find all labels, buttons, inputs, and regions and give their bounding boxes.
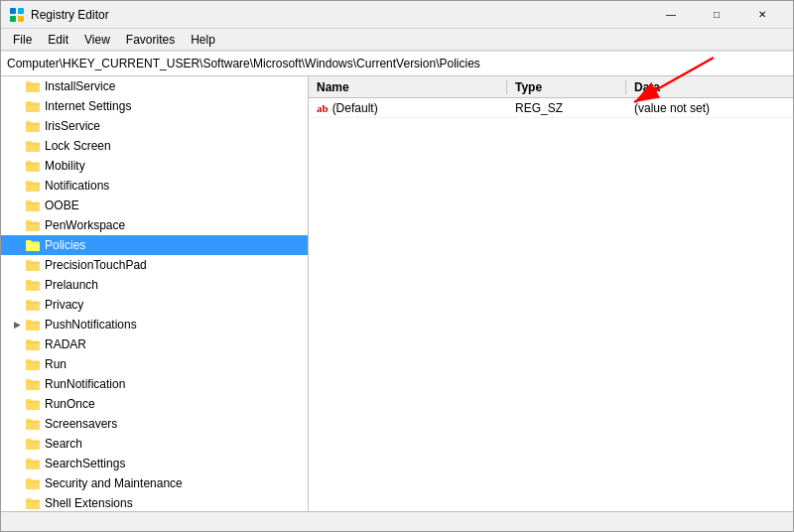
- col-header-data: Data: [626, 80, 793, 94]
- data-panel: Name Type Data ab(Default)REG_SZ(value n…: [309, 76, 793, 511]
- expand-icon-internetsettings: [9, 98, 25, 114]
- folder-icon-pushnotifications: [25, 318, 41, 332]
- svg-rect-1: [18, 8, 24, 14]
- tree-panel[interactable]: InstallService Internet Settings IrisSer…: [1, 76, 309, 511]
- expand-icon-search: [9, 436, 25, 452]
- tree-label-internetsettings: Internet Settings: [45, 99, 131, 113]
- tree-label-penworkspace: PenWorkspace: [45, 218, 125, 232]
- tree-item-run[interactable]: Run: [1, 354, 308, 374]
- expand-icon-radar: [9, 336, 25, 352]
- tree-label-prelaunch: Prelaunch: [45, 278, 98, 292]
- tree-label-runonce: RunOnce: [45, 397, 95, 411]
- folder-icon-searchsettings: [25, 457, 41, 470]
- tree-item-pushnotifications[interactable]: ▶ PushNotifications: [1, 315, 308, 334]
- svg-rect-3: [18, 16, 24, 22]
- tree-label-search: Search: [45, 437, 82, 451]
- tree-label-irisservice: IrisService: [45, 119, 100, 133]
- folder-icon-run: [25, 357, 41, 371]
- expand-icon-pushnotifications[interactable]: ▶: [9, 317, 25, 332]
- tree-label-oobe: OOBE: [45, 199, 79, 212]
- tree-item-internetsettings[interactable]: Internet Settings: [1, 96, 308, 116]
- folder-icon-prelaunch: [25, 278, 41, 292]
- menu-item-favorites[interactable]: Favorites: [118, 31, 183, 49]
- expand-icon-precisiontouchpad: [9, 257, 25, 273]
- tree-item-installservice[interactable]: InstallService: [1, 76, 308, 96]
- address-bar: Computer\HKEY_CURRENT_USER\Software\Micr…: [1, 51, 793, 76]
- tree-item-radar[interactable]: RADAR: [1, 334, 308, 354]
- expand-icon-screensavers: [9, 416, 25, 432]
- tree-label-runnotification: RunNotification: [45, 377, 125, 391]
- folder-icon-mobility: [25, 159, 41, 173]
- tree-item-irisservice[interactable]: IrisService: [1, 116, 308, 136]
- tree-label-run: Run: [45, 357, 66, 371]
- tree-item-searchsettings[interactable]: SearchSettings: [1, 454, 308, 473]
- tree-item-runonce[interactable]: RunOnce: [1, 394, 308, 414]
- tree-item-screensavers[interactable]: Screensavers: [1, 414, 308, 434]
- table-row[interactable]: ab(Default)REG_SZ(value not set): [309, 98, 793, 118]
- tree-item-prelaunch[interactable]: Prelaunch: [1, 275, 308, 295]
- tree-item-shellextensions[interactable]: Shell Extensions: [1, 493, 308, 511]
- minimize-button[interactable]: —: [648, 1, 694, 29]
- tree-item-oobe[interactable]: OOBE: [1, 196, 308, 215]
- expand-icon-mobility: [9, 158, 25, 174]
- expand-icon-policies: [9, 237, 25, 253]
- app-icon: [9, 7, 25, 23]
- folder-icon-search: [25, 437, 41, 451]
- svg-rect-2: [10, 16, 16, 22]
- folder-icon-oobe: [25, 199, 41, 212]
- svg-rect-0: [10, 8, 16, 14]
- tree-label-radar: RADAR: [45, 337, 86, 351]
- registry-editor-window: Registry Editor — □ ✕ FileEditViewFavori…: [0, 0, 794, 532]
- folder-icon-notifications: [25, 179, 41, 193]
- folder-icon-securityandmaintenance: [25, 476, 41, 490]
- tree-item-penworkspace[interactable]: PenWorkspace: [1, 215, 308, 235]
- folder-icon-installservice: [25, 79, 41, 93]
- expand-icon-runonce: [9, 396, 25, 412]
- expand-icon-installservice: [9, 78, 25, 94]
- menu-item-help[interactable]: Help: [183, 31, 223, 49]
- tree-item-notifications[interactable]: Notifications: [1, 176, 308, 196]
- expand-icon-runnotification: [9, 376, 25, 392]
- folder-icon-radar: [25, 337, 41, 351]
- tree-label-pushnotifications: PushNotifications: [45, 318, 137, 332]
- expand-icon-run: [9, 356, 25, 372]
- tree-item-mobility[interactable]: Mobility: [1, 156, 308, 176]
- tree-label-searchsettings: SearchSettings: [45, 457, 125, 470]
- expand-icon-oobe: [9, 198, 25, 213]
- menu-item-edit[interactable]: Edit: [40, 31, 76, 49]
- tree-label-privacy: Privacy: [45, 298, 83, 312]
- tree-label-precisiontouchpad: PrecisionTouchPad: [45, 258, 147, 272]
- title-bar: Registry Editor — □ ✕: [1, 1, 793, 29]
- ab-icon: ab: [317, 102, 329, 114]
- folder-icon-privacy: [25, 298, 41, 312]
- expand-icon-lockscreen: [9, 138, 25, 154]
- tree-item-runnotification[interactable]: RunNotification: [1, 374, 308, 394]
- expand-icon-prelaunch: [9, 277, 25, 293]
- folder-icon-precisiontouchpad: [25, 258, 41, 272]
- folder-icon-internetsettings: [25, 99, 41, 113]
- expand-icon-searchsettings: [9, 456, 25, 471]
- tree-item-lockscreen[interactable]: Lock Screen: [1, 136, 308, 156]
- tree-item-securityandmaintenance[interactable]: Security and Maintenance: [1, 473, 308, 493]
- maximize-button[interactable]: □: [694, 1, 739, 29]
- address-path[interactable]: Computer\HKEY_CURRENT_USER\Software\Micr…: [7, 57, 787, 70]
- data-table-header: Name Type Data: [309, 76, 793, 98]
- close-button[interactable]: ✕: [739, 1, 785, 29]
- tree-label-policies: Policies: [45, 238, 85, 252]
- expand-icon-shellextensions: [9, 495, 25, 511]
- tree-item-precisiontouchpad[interactable]: PrecisionTouchPad: [1, 255, 308, 275]
- menu-bar: FileEditViewFavoritesHelp: [1, 29, 793, 51]
- folder-icon-shellextensions: [25, 496, 41, 510]
- tree-item-search[interactable]: Search: [1, 434, 308, 454]
- tree-item-policies[interactable]: Policies: [1, 235, 308, 255]
- folder-icon-irisservice: [25, 119, 41, 133]
- cell-data: (value not set): [626, 101, 793, 115]
- tree-label-installservice: InstallService: [45, 79, 115, 93]
- tree-label-mobility: Mobility: [45, 159, 85, 173]
- data-rows: ab(Default)REG_SZ(value not set): [309, 98, 793, 118]
- menu-item-file[interactable]: File: [5, 31, 40, 49]
- tree-item-privacy[interactable]: Privacy: [1, 295, 308, 315]
- folder-icon-penworkspace: [25, 218, 41, 232]
- menu-item-view[interactable]: View: [76, 31, 118, 49]
- expand-icon-privacy: [9, 297, 25, 313]
